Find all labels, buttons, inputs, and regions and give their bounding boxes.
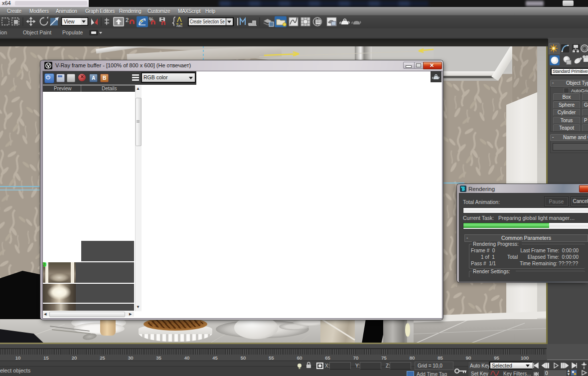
- svg-text:2: 2: [126, 17, 129, 23]
- svg-text:View: View: [64, 19, 75, 24]
- svg-text:Create Selection Se: Create Selection Se: [190, 19, 225, 24]
- svg-text:ABC: ABC: [176, 24, 183, 27]
